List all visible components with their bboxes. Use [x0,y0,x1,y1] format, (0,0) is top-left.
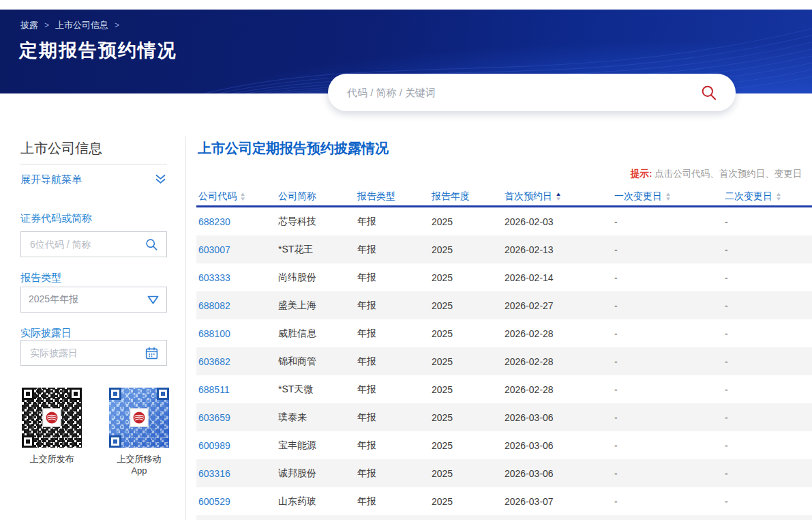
company-code-link[interactable]: 603682 [196,356,276,367]
table-row: 688511*ST天微年报20252026-02-28-- [196,375,812,403]
expand-nav-menu-label: 展开导航菜单 [20,173,82,186]
table-row: 688100威胜信息年报20252026-02-28-- [196,319,812,347]
filter-label-code: 证券代码或简称 [20,212,92,225]
table-cell: - [723,412,812,423]
table-row: 603659璞泰来年报20252026-03-06-- [196,403,812,431]
company-code-link[interactable]: 688230 [196,216,276,227]
sse-logo [130,409,149,427]
table-cell: - [612,216,723,227]
qr-item-sse-app: 上交所移动App [109,388,169,476]
breadcrumb-separator-icon: > [44,20,49,30]
company-code-link[interactable]: 600529 [196,496,276,507]
code-search-input[interactable] [29,238,145,250]
table-cell: 年报 [355,356,430,368]
table-cell: 诚邦股份 [276,467,355,480]
company-code-link[interactable]: 603333 [196,272,276,283]
hint-label: 提示: [631,169,652,179]
table-cell: 2026-02-14 [502,272,612,283]
table-cell: 年报 [355,467,430,480]
table-row: 603007*ST花王年报20252026-02-13-- [196,235,812,263]
sse-logo [43,409,61,427]
table-cell: - [612,244,723,255]
company-code-link[interactable]: 603007 [196,244,276,255]
qr-label: 上交所移动App [109,453,169,476]
filter-label-report-type: 报告类型 [20,272,61,285]
table-cell: 年报 [355,439,430,452]
report-type-select[interactable]: 2025年年报 [20,287,167,313]
company-code-link[interactable]: 688511 [196,384,276,395]
table-cell: 2025 [430,440,502,451]
global-search-bar [328,74,736,111]
table-cell: 2026-02-03 [502,216,612,227]
company-code-link[interactable]: 688082 [196,300,276,311]
table-cell: - [612,356,723,367]
table-cell: - [723,384,812,395]
breadcrumb-separator-icon: > [115,20,119,30]
column-header-4[interactable]: 首次预约日▲▼ [502,190,612,203]
table-cell: - [723,244,812,255]
table-cell: 年报 [355,411,430,424]
table-cell: 2026-03-06 [502,412,612,423]
table-cell: 2025 [430,412,502,423]
company-code-link[interactable]: 600989 [196,440,276,451]
table-cell: - [723,440,812,451]
qr-label: 上交所发布 [22,453,82,465]
column-header-0[interactable]: 公司代码▲▼ [196,190,276,203]
table-cell: 盛美上海 [276,300,355,312]
table-row: 600529山东药玻年报20252026-03-07-- [196,487,812,515]
table-cell: 尚纬股份 [276,272,355,284]
breadcrumb: 披露 > 上市公司信息 > [20,19,119,31]
search-icon[interactable] [145,237,159,252]
table-cell: 芯导科技 [276,216,355,228]
column-header-6[interactable]: 二次变更日▲▼ [723,190,812,203]
calendar-icon[interactable] [145,346,159,360]
company-code-link[interactable]: 603659 [196,412,276,423]
table-cell: 2026-02-28 [502,328,612,339]
table-cell: - [723,328,812,339]
sort-arrows-icon: ▲▼ [556,192,561,201]
page: { "header": { "breadcrumb": ["披露", "上市公司… [0,0,812,520]
table-row: 603682锦和商管年报20252026-02-28-- [196,347,812,375]
sort-arrows-icon: ▲▼ [665,192,671,201]
expand-nav-menu-button[interactable]: 展开导航菜单 [20,171,167,188]
table-cell: 2026-03-06 [502,468,612,479]
table-cell: 2025 [430,328,502,339]
table-cell: - [723,272,812,283]
breadcrumb-listed-company-info[interactable]: 上市公司信息 [55,19,108,31]
table-cell: 2025 [430,356,502,367]
table-cell: - [723,356,812,367]
disclosure-date-input[interactable] [29,347,145,359]
table-cell: 2025 [430,468,502,479]
table-cell: 年报 [355,244,430,256]
table-row: 603316诚邦股份年报20252026-03-06-- [196,459,812,487]
table-cell: 2026-03-06 [502,440,612,451]
table-row: 600989宝丰能源年报20252026-03-06-- [196,431,812,459]
table-row-partial [196,515,812,520]
qr-code-sse-app [109,388,169,448]
sidebar: 上市公司信息 展开导航菜单 证券代码或简称 报告类型 2025年年报 实际披露日 [20,135,185,520]
table-cell: 2025 [430,384,502,395]
company-code-link[interactable]: 688100 [196,328,276,339]
global-search-input[interactable] [346,86,700,99]
sort-arrows-icon: ▲▼ [240,192,245,201]
table-cell: 年报 [355,216,430,228]
table-cell: 年报 [355,328,430,340]
table-cell: 2025 [430,244,502,255]
table-cell: 2025 [430,216,502,227]
table-cell: 锦和商管 [276,356,355,368]
table-cell: 2026-02-27 [502,300,612,311]
table-cell: 璞泰来 [276,411,355,424]
column-header-5[interactable]: 一次变更日▲▼ [612,190,723,203]
column-header-3: 报告年度 [430,190,502,203]
company-code-link[interactable]: 603316 [196,468,276,479]
breadcrumb-disclosure[interactable]: 披露 [20,19,38,31]
search-icon[interactable] [700,84,718,102]
sidebar-content-divider [185,136,186,520]
table-cell: *ST花王 [276,244,355,256]
table-cell: 2026-03-07 [502,496,612,507]
table-cell: 2025 [430,300,502,311]
table-cell: 年报 [355,300,430,312]
table-cell: - [612,328,723,339]
table-cell: - [612,300,723,311]
double-chevron-down-icon [154,174,167,185]
